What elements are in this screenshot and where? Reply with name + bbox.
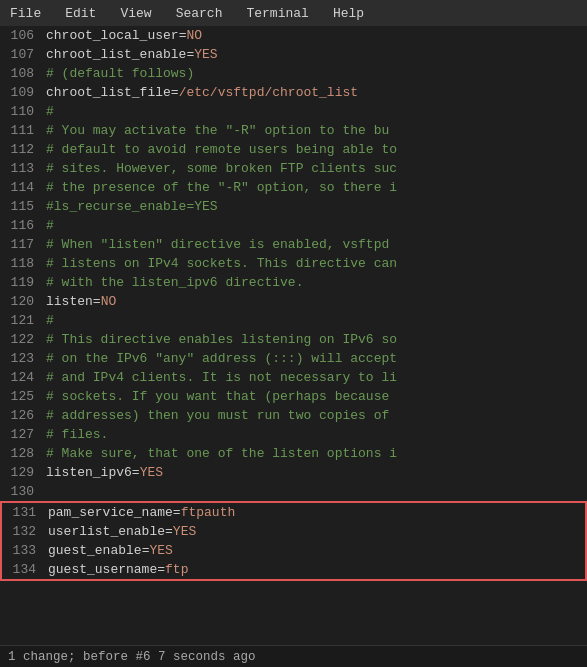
status-text: 1 change; before #6 7 seconds ago — [8, 650, 256, 664]
highlighted-block: 131pam_service_name=ftpauth132userlist_e… — [0, 501, 587, 581]
line-number: 128 — [0, 444, 42, 463]
line-number: 110 — [0, 102, 42, 121]
code-line: 121# — [0, 311, 587, 330]
code-line: 132userlist_enable=YES — [2, 522, 585, 541]
code-line: 119# with the listen_ipv6 directive. — [0, 273, 587, 292]
line-content: # — [42, 311, 587, 330]
code-line: 114# the presence of the "-R" option, so… — [0, 178, 587, 197]
code-line: 130 — [0, 482, 587, 501]
code-line: 127# files. — [0, 425, 587, 444]
line-number: 129 — [0, 463, 42, 482]
menu-edit[interactable]: Edit — [61, 4, 100, 23]
menu-file[interactable]: File — [6, 4, 45, 23]
line-content: # This directive enables listening on IP… — [42, 330, 587, 349]
code-line: 110# — [0, 102, 587, 121]
menu-view[interactable]: View — [116, 4, 155, 23]
line-content: listen=NO — [42, 292, 587, 311]
line-content: chroot_local_user=NO — [42, 26, 587, 45]
line-number: 130 — [0, 482, 42, 501]
code-area[interactable]: 106chroot_local_user=NO107chroot_list_en… — [0, 26, 587, 645]
line-content: guest_enable=YES — [44, 541, 585, 560]
code-line: 120listen=NO — [0, 292, 587, 311]
line-number: 112 — [0, 140, 42, 159]
code-line: 109chroot_list_file=/etc/vsftpd/chroot_l… — [0, 83, 587, 102]
line-content: userlist_enable=YES — [44, 522, 585, 541]
code-line: 126# addresses) then you must run two co… — [0, 406, 587, 425]
line-number: 125 — [0, 387, 42, 406]
line-number: 124 — [0, 368, 42, 387]
code-line: 122# This directive enables listening on… — [0, 330, 587, 349]
line-content: # You may activate the "-R" option to th… — [42, 121, 587, 140]
line-content: chroot_list_enable=YES — [42, 45, 587, 64]
line-content: # with the listen_ipv6 directive. — [42, 273, 587, 292]
line-content: pam_service_name=ftpauth — [44, 503, 585, 522]
line-number: 109 — [0, 83, 42, 102]
line-number: 132 — [2, 522, 44, 541]
line-content: # Make sure, that one of the listen opti… — [42, 444, 587, 463]
line-number: 131 — [2, 503, 44, 522]
editor: 106chroot_local_user=NO107chroot_list_en… — [0, 26, 587, 645]
line-number: 117 — [0, 235, 42, 254]
code-line: 129listen_ipv6=YES — [0, 463, 587, 482]
code-line: 107chroot_list_enable=YES — [0, 45, 587, 64]
code-line: 108# (default follows) — [0, 64, 587, 83]
line-number: 122 — [0, 330, 42, 349]
menu-terminal[interactable]: Terminal — [242, 4, 312, 23]
menu-help[interactable]: Help — [329, 4, 368, 23]
code-line: 118# listens on IPv4 sockets. This direc… — [0, 254, 587, 273]
code-line: 112# default to avoid remote users being… — [0, 140, 587, 159]
line-content: guest_username=ftp — [44, 560, 585, 579]
line-content: # When "listen" directive is enabled, vs… — [42, 235, 587, 254]
line-number: 106 — [0, 26, 42, 45]
line-content: # default to avoid remote users being ab… — [42, 140, 587, 159]
line-number: 108 — [0, 64, 42, 83]
statusbar: 1 change; before #6 7 seconds ago — [0, 645, 587, 667]
line-content: chroot_list_file=/etc/vsftpd/chroot_list — [42, 83, 587, 102]
code-line: 113# sites. However, some broken FTP cli… — [0, 159, 587, 178]
line-number: 121 — [0, 311, 42, 330]
line-content: # and IPv4 clients. It is not necessary … — [42, 368, 587, 387]
code-line: 116# — [0, 216, 587, 235]
line-number: 134 — [2, 560, 44, 579]
line-number: 114 — [0, 178, 42, 197]
line-number: 120 — [0, 292, 42, 311]
line-content: # sockets. If you want that (perhaps bec… — [42, 387, 587, 406]
code-line: 106chroot_local_user=NO — [0, 26, 587, 45]
line-content: # — [42, 102, 587, 121]
menubar: File Edit View Search Terminal Help — [0, 0, 587, 26]
code-line: 115#ls_recurse_enable=YES — [0, 197, 587, 216]
code-line: 111# You may activate the "-R" option to… — [0, 121, 587, 140]
line-content: # (default follows) — [42, 64, 587, 83]
line-content: # addresses) then you must run two copie… — [42, 406, 587, 425]
code-line: 133guest_enable=YES — [2, 541, 585, 560]
code-line: 123# on the IPv6 "any" address (:::) wil… — [0, 349, 587, 368]
line-content: # — [42, 216, 587, 235]
line-content: # the presence of the "-R" option, so th… — [42, 178, 587, 197]
line-number: 123 — [0, 349, 42, 368]
code-line: 131pam_service_name=ftpauth — [2, 503, 585, 522]
line-number: 126 — [0, 406, 42, 425]
line-number: 115 — [0, 197, 42, 216]
line-content: listen_ipv6=YES — [42, 463, 587, 482]
line-content: # files. — [42, 425, 587, 444]
line-content: # sites. However, some broken FTP client… — [42, 159, 587, 178]
code-line: 125# sockets. If you want that (perhaps … — [0, 387, 587, 406]
line-number: 116 — [0, 216, 42, 235]
line-number: 119 — [0, 273, 42, 292]
line-content: # listens on IPv4 sockets. This directiv… — [42, 254, 587, 273]
line-number: 133 — [2, 541, 44, 560]
line-number: 107 — [0, 45, 42, 64]
code-line: 134guest_username=ftp — [2, 560, 585, 579]
line-content: #ls_recurse_enable=YES — [42, 197, 587, 216]
code-line: 117# When "listen" directive is enabled,… — [0, 235, 587, 254]
line-content: # on the IPv6 "any" address (:::) will a… — [42, 349, 587, 368]
line-number: 127 — [0, 425, 42, 444]
line-number: 118 — [0, 254, 42, 273]
code-line: 124# and IPv4 clients. It is not necessa… — [0, 368, 587, 387]
line-number: 113 — [0, 159, 42, 178]
line-number: 111 — [0, 121, 42, 140]
menu-search[interactable]: Search — [172, 4, 227, 23]
code-line: 128# Make sure, that one of the listen o… — [0, 444, 587, 463]
